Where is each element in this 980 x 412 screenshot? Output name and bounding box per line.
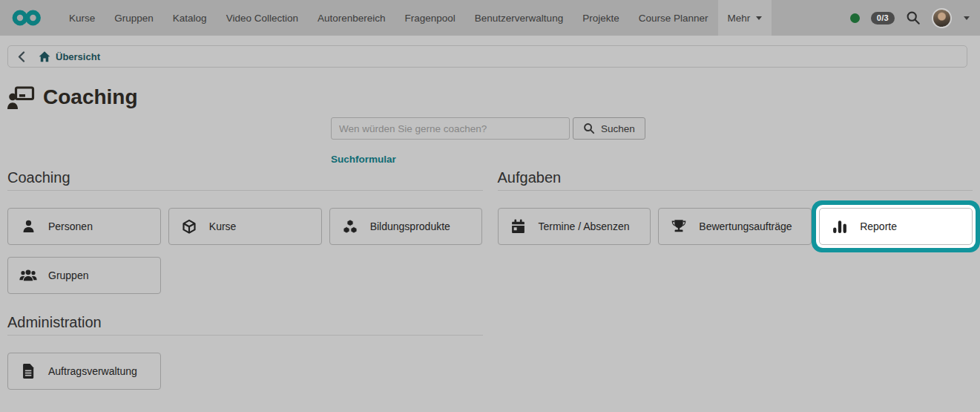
section-administration-title: Administration [7,314,483,336]
nav-item-video-collection[interactable]: Video Collection [217,0,308,36]
nav-item-benutzerverwaltung[interactable]: Benutzerverwaltung [465,0,573,36]
home-icon [39,51,50,62]
nav-item-katalog[interactable]: Katalog [163,0,217,36]
administration-buttons: Auftragsverwaltung [7,353,483,390]
status-badge[interactable]: 0/3 [871,12,895,24]
search-button-label: Suchen [601,123,635,134]
calendar-icon [510,219,527,234]
nav-item-projekte[interactable]: Projekte [573,0,629,36]
gruppen-button-label: Gruppen [48,269,88,281]
nav-item-course-planner[interactable]: Course Planner [629,0,718,36]
kurse-button-label: Kurse [209,220,237,232]
coaching-buttons: Personen Kurse [7,208,483,294]
user-menu-caret-icon [964,16,970,20]
nav-item-autorenbereich[interactable]: Autorenbereich [308,0,395,36]
nav-item-mehr-label: Mehr [728,13,751,24]
search-icon[interactable] [906,10,921,25]
coach-search-input[interactable] [331,117,570,140]
sections-grid: Coaching Personen [7,169,973,390]
breadcrumb-back-button[interactable] [18,51,25,62]
trophy-icon [670,219,688,234]
search-icon [583,122,595,134]
nav-item-kurse[interactable]: Kurse [59,0,105,36]
presence-status-icon [850,13,860,23]
section-administration: Administration Auftragsverwaltung [7,314,483,390]
breadcrumb-home[interactable]: Übersicht [39,51,100,62]
breadcrumb: Übersicht [7,45,967,68]
nav-item-mehr[interactable]: Mehr [718,0,772,36]
bildungsprodukte-button-label: Bildungsprodukte [370,220,450,232]
search-button[interactable]: Suchen [573,117,645,140]
cube-icon [180,219,198,235]
section-aufgaben: Aufgaben Termine / Absenzen [498,169,973,245]
users-icon [19,268,37,283]
coaching-overview-screen: Kurse Gruppen Katalog Video Collection A… [0,0,980,412]
document-icon [19,364,37,379]
section-coaching-title: Coaching [7,169,483,191]
user-menu[interactable] [932,8,970,28]
breadcrumb-label: Übersicht [56,51,100,62]
kurse-button[interactable]: Kurse [168,208,322,245]
page-title: Coaching [7,85,973,109]
bildungsprodukte-button[interactable]: Bildungsprodukte [329,208,483,245]
chevron-left-icon [18,51,25,62]
top-navigation-bar: Kurse Gruppen Katalog Video Collection A… [0,0,980,36]
bewertungsauftraege-button[interactable]: Bewertungsaufträge [658,208,812,245]
page-title-text: Coaching [43,85,138,109]
avatar[interactable] [932,8,952,28]
termine-absenzen-button[interactable]: Termine / Absenzen [498,208,651,245]
gruppen-button[interactable]: Gruppen [7,257,161,294]
suchformular-link[interactable]: Suchformular [331,154,396,165]
coaching-presenter-icon [7,86,35,109]
aufgaben-buttons: Termine / Absenzen Bewertungsaufträge [498,208,973,245]
section-coaching: Coaching Personen [7,169,483,294]
main-content: Coaching Suchen Suchformular Coaching [0,85,980,390]
coach-search-form: Suchen [331,117,973,140]
reporte-button[interactable]: Reporte [819,208,973,245]
section-aufgaben-title: Aufgaben [498,169,973,191]
personen-button[interactable]: Personen [7,208,161,245]
topbar-right-cluster: 0/3 [850,8,970,28]
reporte-button-label: Reporte [860,220,897,232]
openolat-infinity-logo-icon[interactable] [12,9,42,27]
main-nav: Kurse Gruppen Katalog Video Collection A… [59,0,772,36]
auftragsverwaltung-button[interactable]: Auftragsverwaltung [7,353,161,390]
nav-item-gruppen[interactable]: Gruppen [105,0,163,36]
personen-button-label: Personen [48,220,93,232]
cubes-icon [341,219,359,235]
nav-item-fragenpool[interactable]: Fragenpool [395,0,465,36]
termine-absenzen-button-label: Termine / Absenzen [539,220,630,232]
bar-chart-icon [831,219,849,234]
person-icon [19,219,37,234]
chevron-down-icon [756,16,762,20]
bewertungsauftraege-button-label: Bewertungsaufträge [699,220,792,232]
auftragsverwaltung-button-label: Auftragsverwaltung [48,365,137,377]
